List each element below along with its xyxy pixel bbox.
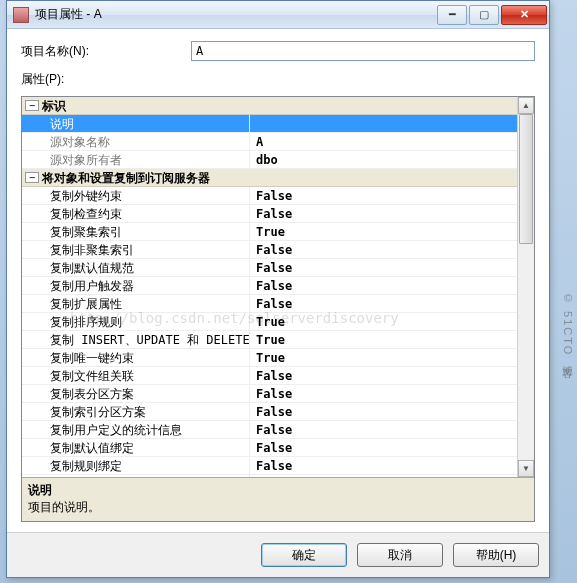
property-value[interactable]: False: [250, 457, 517, 474]
property-value[interactable]: False: [250, 187, 517, 204]
property-label: 复制聚集索引: [22, 223, 250, 240]
collapse-icon[interactable]: −: [25, 172, 39, 183]
property-row[interactable]: 复制 INSERT、UPDATE 和 DELETE 存储True: [22, 331, 517, 349]
property-label: 复制非聚集索引: [22, 241, 250, 258]
property-label: 复制唯一键约束: [22, 349, 250, 366]
minimize-button[interactable]: ━: [437, 5, 467, 25]
property-row[interactable]: 复制表分区方案False: [22, 385, 517, 403]
property-row[interactable]: 复制排序规则True: [22, 313, 517, 331]
property-value[interactable]: False: [250, 367, 517, 384]
property-grid: −标识说明源对象名称A源对象所有者dbo−将对象和设置复制到订阅服务器复制外键约…: [21, 96, 535, 522]
category-label: 标识: [42, 97, 66, 114]
property-label: 复制用户定义的统计信息: [22, 421, 250, 438]
property-label: 复制 INSERT、UPDATE 和 DELETE 存储: [22, 331, 250, 348]
property-label: 复制文件组关联: [22, 367, 250, 384]
property-value[interactable]: [250, 115, 517, 132]
property-row[interactable]: 说明: [22, 115, 517, 133]
property-row[interactable]: 复制用户触发器False: [22, 277, 517, 295]
property-row[interactable]: 复制聚集索引True: [22, 223, 517, 241]
property-label: 源对象所有者: [22, 151, 250, 168]
property-label: 复制外键约束: [22, 187, 250, 204]
property-row[interactable]: 复制唯一键约束True: [22, 349, 517, 367]
maximize-button[interactable]: ▢: [469, 5, 499, 25]
attributes-label: 属性(P):: [21, 71, 535, 88]
category-label: 将对象和设置复制到订阅服务器: [42, 169, 210, 186]
property-row[interactable]: 复制索引分区方案False: [22, 403, 517, 421]
property-label: 复制索引分区方案: [22, 403, 250, 420]
property-label: 说明: [22, 115, 250, 132]
property-value[interactable]: False: [250, 259, 517, 276]
property-value[interactable]: True: [250, 349, 517, 366]
property-row[interactable]: 复制外键约束False: [22, 187, 517, 205]
window-title: 项目属性 - A: [35, 6, 437, 23]
property-label: 复制规则绑定: [22, 457, 250, 474]
property-label: 复制扩展属性: [22, 295, 250, 312]
scrollbar[interactable]: ▲ ▼: [517, 97, 534, 477]
property-value[interactable]: False: [250, 295, 517, 312]
property-value[interactable]: False: [250, 205, 517, 222]
property-value[interactable]: A: [250, 133, 517, 150]
property-row[interactable]: 复制默认值绑定False: [22, 439, 517, 457]
scroll-down-icon[interactable]: ▼: [518, 460, 534, 477]
property-row[interactable]: 复制扩展属性False: [22, 295, 517, 313]
property-row[interactable]: 复制非聚集索引False: [22, 241, 517, 259]
property-label: 复制表分区方案: [22, 385, 250, 402]
property-value[interactable]: False: [250, 403, 517, 420]
dialog-window: 项目属性 - A ━ ▢ ✕ 项目名称(N): 属性(P): −标识说明源对象名…: [6, 0, 550, 578]
property-value[interactable]: True: [250, 313, 517, 330]
property-value[interactable]: True: [250, 223, 517, 240]
property-row[interactable]: 源对象名称A: [22, 133, 517, 151]
scroll-thumb[interactable]: [519, 114, 533, 244]
property-label: 复制默认值绑定: [22, 439, 250, 456]
property-label: 复制排序规则: [22, 313, 250, 330]
property-row[interactable]: 复制规则绑定False: [22, 457, 517, 475]
property-value[interactable]: False: [250, 241, 517, 258]
property-value[interactable]: False: [250, 385, 517, 402]
category-header[interactable]: −标识: [22, 97, 517, 115]
ok-button[interactable]: 确定: [261, 543, 347, 567]
app-icon: [13, 7, 29, 23]
category-header[interactable]: −将对象和设置复制到订阅服务器: [22, 169, 517, 187]
close-button[interactable]: ✕: [501, 5, 547, 25]
property-row[interactable]: 复制默认值规范False: [22, 259, 517, 277]
property-label: 复制检查约束: [22, 205, 250, 222]
description-text: 项目的说明。: [28, 499, 528, 516]
property-value[interactable]: False: [250, 421, 517, 438]
name-input[interactable]: [191, 41, 535, 61]
property-row[interactable]: 源对象所有者dbo: [22, 151, 517, 169]
scroll-up-icon[interactable]: ▲: [518, 97, 534, 114]
description-panel: 说明 项目的说明。: [22, 477, 534, 521]
property-row[interactable]: 复制用户定义的统计信息False: [22, 421, 517, 439]
property-value[interactable]: False: [250, 277, 517, 294]
property-row[interactable]: 复制文件组关联False: [22, 367, 517, 385]
property-value[interactable]: dbo: [250, 151, 517, 168]
button-bar: 确定 取消 帮助(H): [7, 532, 549, 577]
side-label: © 51CTO博客: [560, 292, 575, 360]
description-title: 说明: [28, 482, 528, 499]
property-label: 复制默认值规范: [22, 259, 250, 276]
property-value[interactable]: False: [250, 439, 517, 456]
property-label: 源对象名称: [22, 133, 250, 150]
property-row[interactable]: 复制检查约束False: [22, 205, 517, 223]
property-label: 复制用户触发器: [22, 277, 250, 294]
cancel-button[interactable]: 取消: [357, 543, 443, 567]
titlebar[interactable]: 项目属性 - A ━ ▢ ✕: [7, 1, 549, 29]
collapse-icon[interactable]: −: [25, 100, 39, 111]
property-value[interactable]: True: [250, 331, 517, 348]
help-button[interactable]: 帮助(H): [453, 543, 539, 567]
name-label: 项目名称(N):: [21, 43, 191, 60]
